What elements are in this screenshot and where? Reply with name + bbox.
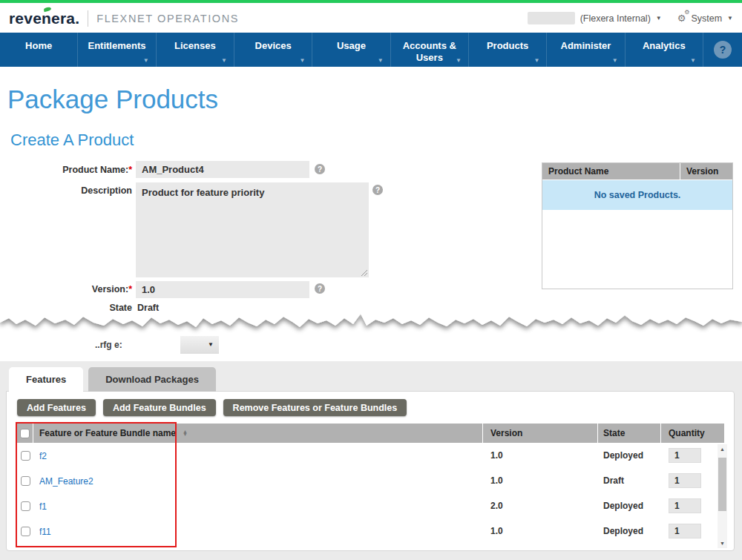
section-title: Create A Product xyxy=(10,131,134,150)
add-feature-bundles-button[interactable]: Add Feature Bundles xyxy=(103,399,216,416)
logo-text: reve xyxy=(9,10,42,27)
feature-name-cell: AM_Feature2 xyxy=(33,474,483,487)
tab-download-packages[interactable]: Download Packages xyxy=(88,367,216,392)
saved-products-empty-message: No saved Products. xyxy=(542,180,732,210)
chevron-down-icon: ▼ xyxy=(208,342,214,348)
version-cell: 1.0 xyxy=(483,450,598,461)
user-bar: (Flexera Internal) ▼ ⚙⚙ System ▼ xyxy=(528,12,733,24)
account-label[interactable]: (Flexera Internal) xyxy=(580,13,651,24)
row-checkbox[interactable] xyxy=(21,527,30,536)
nav-item-label: Home xyxy=(25,40,52,52)
quantity-cell xyxy=(661,473,724,488)
nav-item-devices[interactable]: Devices▼ xyxy=(234,33,312,67)
nav-item-administer[interactable]: Administer▼ xyxy=(547,33,625,67)
add-features-button[interactable]: Add Features xyxy=(17,399,96,416)
nav-item-label: Devices xyxy=(255,40,292,52)
cropped-dropdown[interactable]: ▼ xyxy=(180,336,219,354)
features-panel: Add FeaturesAdd Feature BundlesRemove Fe… xyxy=(6,391,735,551)
state-value: Draft xyxy=(137,303,159,313)
page-title: Package Products xyxy=(7,85,218,114)
table-row: f12.0Deployed xyxy=(17,493,724,518)
logo-text: era. xyxy=(51,10,79,27)
saved-products-column-version: Version xyxy=(680,163,732,179)
header-cell-quantity: Quantity xyxy=(661,424,724,443)
nav-item-entitlements[interactable]: Entitlements▼ xyxy=(78,33,156,67)
nav-item-label: Products xyxy=(487,40,528,52)
nav-item-label: Accounts & Users xyxy=(397,40,462,65)
chevron-down-icon: ▼ xyxy=(143,57,149,64)
features-table-header: Feature or Feature Bundle name ▲▼ Versio… xyxy=(17,424,724,443)
chevron-down-icon: ▼ xyxy=(299,57,305,64)
row-checkbox[interactable] xyxy=(21,451,30,461)
quantity-input[interactable] xyxy=(669,473,701,488)
state-cell: Deployed xyxy=(598,501,661,511)
help-icon[interactable]: ? xyxy=(372,185,383,195)
column-label: Feature or Feature Bundle name xyxy=(39,428,176,438)
chevron-down-icon: ▼ xyxy=(378,57,384,64)
username-redacted xyxy=(528,12,575,24)
brand-logo: revenera. FLEXNET OPERATIONS xyxy=(9,10,239,27)
app-name: FLEXNET OPERATIONS xyxy=(96,13,239,24)
version-field[interactable] xyxy=(136,281,309,298)
version-cell: 1.0 xyxy=(483,475,598,486)
feature-link[interactable]: f2 xyxy=(39,451,47,461)
help-icon[interactable]: ? xyxy=(315,164,325,174)
header-cell-name[interactable]: Feature or Feature Bundle name ▲▼ xyxy=(33,424,483,443)
nav-item-label: Licenses xyxy=(174,40,216,52)
divider xyxy=(88,10,88,27)
nav-item-accounts-users[interactable]: Accounts & Users▼ xyxy=(391,33,469,67)
nav-help-cell: ? xyxy=(703,33,742,67)
cropped-field-label: ..rfg e: xyxy=(95,340,122,350)
row-checkbox[interactable] xyxy=(21,476,30,486)
description-field[interactable]: Product for feature priority xyxy=(136,182,369,277)
quantity-input[interactable] xyxy=(669,524,701,538)
header-cell-state: State xyxy=(598,424,661,443)
nav-item-products[interactable]: Products▼ xyxy=(469,33,547,67)
feature-link[interactable]: AM_Feature2 xyxy=(39,476,93,487)
feature-name-cell: f2 xyxy=(33,449,483,462)
row-checkbox-cell xyxy=(17,501,33,511)
table-scrollbar[interactable]: ▲ ▼ xyxy=(718,444,727,548)
scroll-up-icon[interactable]: ▲ xyxy=(718,444,727,454)
version-cell: 2.0 xyxy=(483,501,598,511)
gear-icon: ⚙⚙ xyxy=(677,13,686,23)
tab-section: FeaturesDownload Packages Add FeaturesAd… xyxy=(0,361,742,560)
chevron-down-icon: ▼ xyxy=(690,57,696,64)
select-all-checkbox[interactable] xyxy=(20,429,30,438)
product-name-field[interactable] xyxy=(136,161,309,178)
remove-features-or-feature-bundles-button[interactable]: Remove Features or Feature Bundles xyxy=(223,399,407,416)
product-name-label: Product Name:* xyxy=(6,165,132,175)
tab-features[interactable]: Features xyxy=(9,367,83,392)
nav-item-licenses[interactable]: Licenses▼ xyxy=(157,33,234,67)
version-label: Version:* xyxy=(6,284,132,294)
scrollbar-thumb[interactable] xyxy=(718,458,726,511)
nav-item-usage[interactable]: Usage▼ xyxy=(312,33,390,67)
main-nav: HomeEntitlements▼Licenses▼Devices▼Usage▼… xyxy=(0,33,742,67)
help-icon[interactable]: ? xyxy=(315,283,325,294)
quantity-cell xyxy=(661,524,724,538)
system-menu[interactable]: System xyxy=(691,13,722,24)
feature-name-cell: f11 xyxy=(33,524,483,538)
chevron-down-icon: ▼ xyxy=(456,57,462,64)
feature-toolbar: Add FeaturesAdd Feature BundlesRemove Fe… xyxy=(17,399,407,416)
quantity-input[interactable] xyxy=(669,498,701,513)
saved-products-column-product-name: Product Name xyxy=(542,163,680,179)
row-checkbox[interactable] xyxy=(21,501,30,511)
nav-item-analytics[interactable]: Analytics▼ xyxy=(626,33,703,67)
table-row: f21.0Deployed xyxy=(17,443,724,468)
sort-icon[interactable]: ▲▼ xyxy=(183,430,188,436)
header-cell-checkbox xyxy=(17,424,33,443)
state-cell: Deployed xyxy=(598,450,661,461)
table-row: AM_Feature21.0Draft xyxy=(17,468,724,493)
quantity-input[interactable] xyxy=(669,448,701,463)
row-checkbox-cell xyxy=(17,527,33,536)
feature-link[interactable]: f1 xyxy=(39,501,47,512)
chevron-down-icon: ▼ xyxy=(656,16,662,22)
scroll-down-icon[interactable]: ▼ xyxy=(718,538,727,548)
state-label: State xyxy=(6,303,132,313)
nav-item-home[interactable]: Home xyxy=(0,33,78,67)
help-icon[interactable]: ? xyxy=(714,41,732,59)
feature-link[interactable]: f11 xyxy=(39,527,51,537)
row-checkbox-cell xyxy=(17,451,33,461)
tab-strip: FeaturesDownload Packages xyxy=(9,367,216,392)
